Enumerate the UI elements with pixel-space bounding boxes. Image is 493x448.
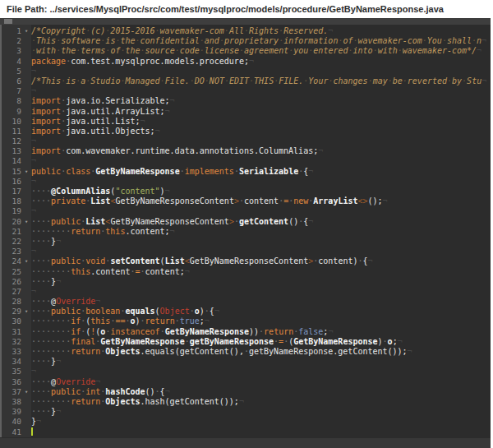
code-text[interactable]: ¬ [31, 247, 491, 256]
code-line[interactable]: 23¬ [0, 247, 491, 256]
line-number: 26 [0, 277, 21, 287]
code-line[interactable]: 16¬ [0, 177, 491, 187]
code-text[interactable]: ¬ [31, 86, 491, 96]
code-text[interactable]: ········return·this.content;¬ [31, 227, 491, 237]
code-text[interactable]: ····}¬ [31, 277, 491, 287]
code-line[interactable]: 19¬ [0, 206, 491, 216]
code-text[interactable]: ¬ [31, 367, 491, 376]
code-text[interactable]: ····@ColumnAlias("content")¬ [31, 187, 491, 196]
code-text[interactable]: /*Copyright·(c)·2015-2016·wavemaker-com·… [31, 26, 491, 36]
code-line[interactable]: 6/*This·is·a·Studio·Managed·File.·DO·NOT… [0, 76, 491, 86]
code-line[interactable]: 3·with·the·terms·of·the·source·code·lice… [0, 46, 491, 56]
code-line[interactable]: 17····@ColumnAlias("content")¬ [0, 187, 491, 196]
fold-arrow-icon[interactable]: ▾ [21, 217, 31, 227]
eol-marker: ¬ [368, 256, 373, 266]
code-line[interactable]: 10import·java.util.List;¬ [0, 117, 491, 127]
code-area[interactable]: 1▾/*Copyright·(c)·2015-2016·wavemaker-co… [0, 25, 491, 437]
code-line[interactable]: 27¬ [0, 287, 491, 297]
code-line[interactable]: 38········return·Objects.hash(getContent… [0, 397, 491, 407]
code-text[interactable]: package·com.test.mysqlproc.models.proced… [31, 57, 491, 67]
code-text[interactable]: import·com.wavemaker.runtime.data.annota… [31, 146, 491, 156]
whitespace-dots: · [274, 337, 279, 346]
code-text[interactable]: ····public·List<GetByNameResponseContent… [31, 217, 491, 227]
code-line[interactable]: 40}¬ [0, 417, 491, 427]
code-line[interactable]: 37▾····public·int·hashCode()·{¬ [0, 387, 491, 397]
code-text[interactable]: ¬ [31, 206, 491, 216]
code-text[interactable]: import·java.util.List;¬ [31, 117, 491, 127]
code-text[interactable]: }¬ [31, 417, 491, 427]
code-text[interactable]: ····}¬ [31, 407, 491, 417]
code-line[interactable]: 15▾public·class·GetByNameResponse·implem… [0, 167, 491, 177]
code-line[interactable]: 35¬ [0, 367, 491, 376]
code-line[interactable]: 4package·com.test.mysqlproc.models.proce… [0, 57, 491, 67]
code-text[interactable]: ¬ [31, 67, 491, 76]
code-text[interactable]: ········if·(!(o·instanceof·GetByNameResp… [31, 327, 491, 337]
code-text[interactable]: public·class·GetByNameResponse·implement… [31, 167, 491, 177]
code-line[interactable]: 36····@Override¬ [0, 377, 491, 387]
fold-arrow-icon[interactable]: ▾ [21, 167, 31, 177]
code-line[interactable]: 5¬ [0, 67, 491, 76]
code-line[interactable]: 22····}¬ [0, 237, 491, 247]
line-number: 29 [0, 307, 21, 316]
whitespace-dots: ········ [31, 267, 71, 276]
code-line[interactable]: 12¬ [0, 136, 491, 146]
fold-arrow-icon[interactable]: ▾ [21, 307, 31, 316]
code-line[interactable]: 32········final·GetByNameResponse·getByN… [0, 337, 491, 347]
whitespace-dots: · [66, 57, 71, 66]
code-line[interactable]: 14¬ [0, 156, 491, 166]
code-line[interactable]: 1▾/*Copyright·(c)·2015-2016·wavemaker-co… [0, 26, 491, 36]
code-text[interactable]: ¬ [31, 136, 491, 146]
code-line[interactable]: 21········return·this.content;¬ [0, 227, 491, 237]
fold-arrow-icon[interactable]: ▾ [21, 26, 31, 36]
code-line[interactable]: 39····}¬ [0, 407, 491, 417]
code-text[interactable]: ····@Override¬ [31, 297, 491, 307]
code-text[interactable]: ········final·GetByNameResponse·getByNam… [31, 337, 491, 347]
code-text[interactable]: ········if·(this·==·o)·return·true;¬ [31, 316, 491, 326]
eol-marker: ¬ [239, 397, 244, 406]
code-line[interactable]: 8import·java.io.Serializable;¬ [0, 96, 491, 106]
code-text[interactable]: import·java.util.Objects;¬ [31, 127, 491, 136]
code-text[interactable]: ····public·boolean·equals(Object·o)·{¬ [31, 307, 491, 316]
code-line[interactable]: 28····@Override¬ [0, 297, 491, 307]
code-line[interactable]: 25········this.content·=·content;¬ [0, 267, 491, 277]
code-text[interactable]: ········return·Objects.equals(getContent… [31, 347, 491, 357]
code-text[interactable]: ¬ [31, 287, 491, 297]
code-text[interactable]: ·This·software·is·the·confidential·and·p… [31, 36, 491, 46]
fold-spacer [21, 127, 31, 136]
code-line[interactable]: 7¬ [0, 86, 491, 96]
code-text[interactable]: ····public·int·hashCode()·{¬ [31, 387, 491, 397]
code-line[interactable]: 31········if·(!(o·instanceof·GetByNameRe… [0, 327, 491, 337]
code-line[interactable]: 11import·java.util.Objects;¬ [0, 127, 491, 136]
code-editor[interactable]: 1▾/*Copyright·(c)·2015-2016·wavemaker-co… [0, 18, 491, 448]
code-text[interactable]: ¬ [31, 156, 491, 166]
whitespace-dots: · [239, 196, 244, 206]
code-text[interactable]: ····}¬ [31, 237, 491, 247]
code-text[interactable]: /*This·is·a·Studio·Managed·File.·DO·NOT·… [31, 76, 491, 86]
code-text[interactable]: ¬ [31, 177, 491, 187]
code-line[interactable]: 29▾····public·boolean·equals(Object·o)·{… [0, 307, 491, 316]
code-text[interactable]: import·java.io.Serializable;¬ [31, 96, 491, 106]
code-line[interactable]: 24▾····public·void·setContent(List<GetBy… [0, 256, 491, 266]
whitespace-dots: · [85, 76, 90, 85]
code-line[interactable]: 41 [0, 427, 491, 437]
code-line[interactable]: 9import·java.util.ArrayList;¬ [0, 107, 491, 117]
code-text[interactable]: import·java.util.ArrayList;¬ [31, 107, 491, 117]
code-line[interactable]: 26····}¬ [0, 277, 491, 287]
code-text[interactable]: ····private·List<GetByNameResponseConten… [31, 196, 491, 206]
code-text[interactable]: ·with·the·terms·of·the·source·code·licen… [31, 46, 491, 56]
code-text[interactable]: ····public·void·setContent(List<GetByNam… [31, 256, 491, 266]
code-text[interactable] [31, 427, 491, 437]
code-line[interactable]: 30········if·(this·==·o)·return·true;¬ [0, 316, 491, 326]
code-text[interactable]: ········return·Objects.hash(getContent()… [31, 397, 491, 407]
fold-arrow-icon[interactable]: ▾ [21, 387, 31, 397]
code-line[interactable]: 18····private·List<GetByNameResponseCont… [0, 196, 491, 206]
code-text[interactable]: ····}¬ [31, 357, 491, 367]
fold-arrow-icon[interactable]: ▾ [21, 256, 31, 266]
code-line[interactable]: 13import·com.wavemaker.runtime.data.anno… [0, 146, 491, 156]
code-text[interactable]: ····@Override¬ [31, 377, 491, 387]
code-line[interactable]: 2·This·software·is·the·confidential·and·… [0, 36, 491, 46]
code-line[interactable]: 20▾····public·List<GetByNameResponseCont… [0, 217, 491, 227]
code-line[interactable]: 34····}¬ [0, 357, 491, 367]
code-line[interactable]: 33········return·Objects.equals(getConte… [0, 347, 491, 357]
code-text[interactable]: ········this.content·=·content;¬ [31, 267, 491, 277]
